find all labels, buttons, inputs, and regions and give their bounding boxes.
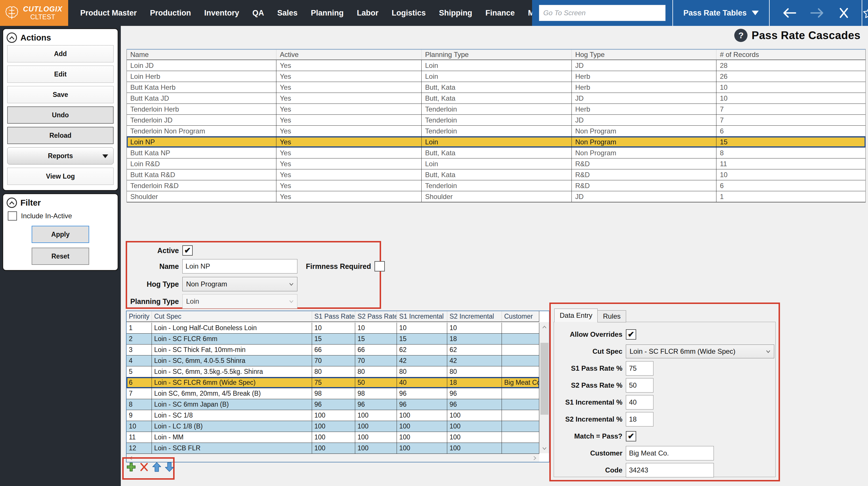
screen-selector-dropdown[interactable]: Pass Rate Tables [673, 9, 769, 18]
hog-type-select[interactable]: Non Program [182, 277, 298, 291]
back-arrow-icon[interactable] [782, 7, 797, 19]
column-header[interactable]: S2 Pass Rate [355, 311, 397, 322]
collapse-chevron-icon[interactable] [7, 32, 17, 43]
apply-button[interactable]: Apply [32, 226, 89, 243]
tab-data-entry[interactable]: Data Entry [554, 309, 598, 322]
column-header[interactable]: Active [276, 50, 422, 60]
table-row[interactable]: Tenderloin HerbYesTenderloinHerb7 [127, 104, 865, 115]
reset-button[interactable]: Reset [32, 248, 89, 265]
table-cell: Yes [276, 170, 422, 180]
customer-field[interactable] [626, 446, 714, 460]
table-row[interactable]: 12Loin - SCB FLR100100100100 [127, 443, 539, 454]
column-header[interactable]: Name [127, 50, 276, 60]
add-button[interactable]: Add [7, 45, 114, 62]
s2-pass-rate-field[interactable] [626, 378, 653, 393]
menu-item[interactable]: Production [150, 9, 191, 18]
table-row[interactable]: 4Loin - SC, 6mm, 4.0-5.5 Shinra70704242 [127, 356, 539, 366]
table-row[interactable]: Tenderloin R&DYesTenderloinR&D6 [127, 180, 865, 191]
move-down-icon[interactable] [164, 461, 174, 473]
menu-item[interactable]: Sales [277, 9, 298, 18]
scroll-up-icon[interactable] [540, 322, 549, 332]
table-row[interactable]: 5Loin - SC, 6mm, 3.5kg.-5.5kg. Shinra808… [127, 366, 539, 377]
add-row-icon[interactable] [126, 462, 136, 472]
tab-rules[interactable]: Rules [597, 310, 626, 322]
column-header[interactable]: S1 Incremental [397, 311, 447, 322]
column-header[interactable]: Cut Spec [152, 311, 312, 322]
menu-item[interactable]: Finance [486, 9, 515, 18]
collapse-chevron-icon[interactable] [7, 198, 17, 208]
vertical-scrollbar[interactable] [539, 322, 549, 453]
cut-spec-row: Cut Spec Loin - SC FLCR 6mm (Wide Spec) [554, 345, 775, 358]
table-cell [502, 323, 539, 333]
close-icon[interactable] [838, 7, 849, 19]
table-row[interactable]: Tenderloin JDYesTenderloinJD7 [127, 115, 865, 126]
table-cell: 6 [716, 126, 865, 136]
view-log-button[interactable]: View Log [7, 168, 114, 185]
firmness-required-checkbox[interactable] [374, 261, 385, 271]
column-header[interactable]: Customer [502, 311, 539, 322]
column-header[interactable]: Planning Type [422, 50, 572, 60]
reports-dropdown-button[interactable]: Reports [7, 147, 114, 164]
cut-spec-select[interactable]: Loin - SC FLCR 6mm (Wide Spec) [626, 344, 774, 358]
menu-item[interactable]: Planning [311, 9, 344, 18]
s1-incremental-field[interactable] [626, 395, 653, 409]
s2-incremental-field[interactable] [626, 412, 653, 426]
table-row[interactable]: 6Loin - SC FLCR 6mm (Wide Spec)75504018B… [127, 377, 539, 388]
table-row[interactable]: Loin NPYesLoinNon Program15 [127, 136, 865, 148]
table-row[interactable]: Butt Kata R&DYesButt, KataR&D10 [127, 170, 865, 180]
scroll-right-icon[interactable] [533, 456, 536, 460]
table-row[interactable]: Butt Kata NPYesButt, KataNon Program8 [127, 148, 865, 158]
reload-button[interactable]: Reload [7, 127, 114, 144]
column-header[interactable]: S1 Pass Rate [312, 311, 355, 322]
menu-item[interactable]: Product Master [80, 9, 137, 18]
table-row[interactable]: Butt Kata HerbYesButt, KataHerb10 [127, 82, 865, 93]
scroll-down-icon[interactable] [540, 444, 549, 453]
active-checkbox[interactable]: ✔ [182, 245, 193, 256]
save-button[interactable]: Save [7, 86, 114, 103]
include-inactive-checkbox[interactable] [8, 211, 17, 220]
edit-button[interactable]: Edit [7, 66, 114, 83]
column-header[interactable]: Priority [127, 311, 152, 322]
move-up-icon[interactable] [152, 461, 162, 473]
table-row[interactable]: ShoulderYesShoulderJD1 [127, 191, 865, 202]
go-to-screen-input[interactable] [539, 5, 665, 21]
table-row[interactable]: Loin R&DYesLoinR&D11 [127, 158, 865, 170]
allow-overrides-checkbox[interactable]: ✔ [626, 329, 636, 340]
delete-row-icon[interactable] [139, 462, 149, 472]
s1-pass-rate-field[interactable] [626, 361, 653, 375]
table-cell: Yes [276, 148, 422, 158]
menu-item[interactable]: QA [252, 9, 264, 18]
code-field[interactable] [626, 463, 714, 477]
undo-button[interactable]: Undo [7, 107, 114, 124]
table-row[interactable]: 10Loin - LC 1/8 (B)100100100100 [127, 421, 539, 432]
menu-item[interactable]: Shipping [439, 9, 472, 18]
help-icon[interactable]: ? [734, 29, 747, 42]
menu-item[interactable]: Inventory [204, 9, 239, 18]
table-row[interactable]: 7Loin SC, 6mm, 20mm, 4/5 Break (B)989896… [127, 388, 539, 399]
table-cell [502, 399, 539, 410]
menu-item[interactable]: Labor [357, 9, 378, 18]
horizontal-scrollbar[interactable] [127, 454, 539, 462]
table-row[interactable]: 9Loin - SC 1/8100100100100 [127, 410, 539, 421]
name-field[interactable] [182, 259, 298, 273]
scrollbar-thumb[interactable] [540, 343, 549, 415]
table-row[interactable]: 3Loin - SC Thick Fat, 10mm-min66666262 [127, 344, 539, 356]
table-cell: 7 [716, 115, 865, 125]
table-row[interactable]: Tenderloin Non ProgramYesTenderloinNon P… [127, 126, 865, 136]
column-header[interactable]: # of Records [716, 50, 865, 60]
column-header[interactable]: S2 Incremental [447, 311, 502, 322]
table-row[interactable]: 2Loin - SC FLCR 6mm15151518 [127, 334, 539, 344]
table-row[interactable]: 8Loin - SC 6mm Japan (B)96969696 [127, 399, 539, 410]
match-pass-checkbox[interactable]: ✔ [626, 431, 636, 442]
table-row[interactable]: Butt Kata JDYesButt, KataJD10 [127, 93, 865, 104]
table-cell: 100 [397, 443, 447, 454]
column-header[interactable]: Hog Type [572, 50, 716, 60]
forward-arrow-icon[interactable] [810, 7, 825, 19]
menu-item[interactable]: Logistics [392, 9, 426, 18]
table-row[interactable]: 11Loin - MM100100100100 [127, 432, 539, 443]
table-row[interactable]: Loin HerbYesLoinHerb26 [127, 71, 865, 82]
table-row[interactable]: 1Loin - Long Half-Cut Boneless Loin10101… [127, 323, 539, 334]
table-cell: Yes [276, 93, 422, 103]
favorite-star-icon[interactable] [862, 6, 868, 20]
table-row[interactable]: Loin JDYesLoinJD28 [127, 60, 865, 71]
